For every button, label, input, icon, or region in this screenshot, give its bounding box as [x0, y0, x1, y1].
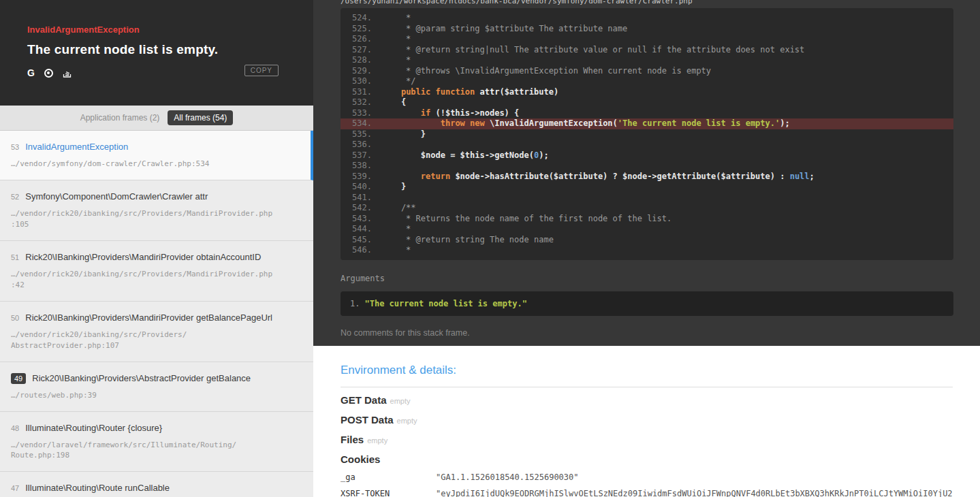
- data-section-label: Cookies: [341, 453, 380, 465]
- line-code: if (!$this->nodes) {: [372, 108, 519, 119]
- line-code: }: [372, 182, 406, 193]
- empty-indicator: empty: [390, 397, 411, 405]
- google-search-icon[interactable]: G: [27, 69, 35, 78]
- data-section: Filesempty: [341, 434, 953, 447]
- data-section: GET Dataempty: [341, 394, 953, 407]
- stack-frame[interactable]: 49Rick20\IBanking\Providers\AbstractProv…: [0, 362, 313, 412]
- line-number: 530.: [341, 76, 372, 87]
- code-token: * @throws \InvalidArgumentException When…: [381, 66, 711, 76]
- stack-frame[interactable]: 53InvalidArgumentException…/vendor/symfo…: [0, 131, 313, 180]
- line-number: 528.: [341, 55, 372, 66]
- code-token: /**: [381, 203, 416, 212]
- code-token: ($attribute): [499, 87, 558, 97]
- code-panel: /Users/yunani/workspace/htdocs/bank-bca/…: [313, 0, 980, 346]
- line-code: {: [372, 97, 406, 108]
- divider: [341, 387, 953, 387]
- code-token: *: [381, 224, 411, 234]
- code-token: );: [780, 118, 789, 128]
- cookie-key: XSRF-TOKEN: [341, 489, 436, 497]
- frame-title: 50Rick20\IBanking\Providers\MandiriProvi…: [11, 312, 304, 323]
- code-token: if: [421, 108, 430, 118]
- code-line: 542. /**: [341, 203, 953, 214]
- code-token: *: [381, 34, 411, 44]
- tab-application-frames[interactable]: Application frames (2): [80, 113, 160, 123]
- line-number: 540.: [341, 182, 372, 193]
- line-code: public function attr($attribute): [372, 87, 558, 98]
- data-section: Cookies: [341, 453, 953, 466]
- code-line: 544. *: [341, 224, 953, 235]
- line-number: 545.: [341, 235, 372, 246]
- frame-title: 53InvalidArgumentException: [11, 142, 304, 153]
- code-token: * @param string $attribute The attribute…: [381, 24, 627, 33]
- line-code: * Returns the node name of the first nod…: [372, 214, 671, 225]
- code-token: (!$this->nodes) {: [430, 108, 519, 118]
- cookie-row: XSRF-TOKEN"eyJpdiI6IjdUQk9EODRGMjhISlwvO…: [341, 489, 953, 497]
- frame-title: 48Illuminate\Routing\Router {closure}: [11, 423, 304, 434]
- code-token: public function: [401, 87, 475, 97]
- frame-name: Rick20\IBanking\Providers\AbstractProvid…: [32, 373, 251, 383]
- line-number: 525.: [341, 24, 372, 35]
- code-line: 527. * @return string|null The attribute…: [341, 45, 953, 56]
- code-box: 524. *525. * @param string $attribute Th…: [341, 8, 953, 260]
- code-token: return: [421, 172, 450, 181]
- line-code: [372, 161, 386, 172]
- code-line: 536.: [341, 140, 953, 150]
- whoops-error-page: InvalidArgumentException The current nod…: [0, 0, 980, 497]
- code-line: 524. *: [341, 13, 953, 24]
- duckduckgo-search-icon[interactable]: [44, 69, 53, 78]
- exception-header: InvalidArgumentException The current nod…: [0, 0, 313, 106]
- line-number: 542.: [341, 203, 372, 214]
- data-section-label: Files: [341, 434, 364, 445]
- stack-frame[interactable]: 52Symfony\Component\DomCrawler\Crawler a…: [0, 180, 313, 241]
- line-code: *: [372, 245, 411, 256]
- tab-all-frames[interactable]: All frames (54): [168, 110, 233, 125]
- line-number: 529.: [341, 66, 372, 77]
- code-token: [381, 118, 441, 128]
- code-token: throw new: [441, 118, 485, 128]
- line-code: * @param string $attribute The attribute…: [372, 24, 627, 35]
- stack-frame[interactable]: 51Rick20\IBanking\Providers\MandiriProvi…: [0, 241, 313, 302]
- code-line: 530. */: [341, 76, 953, 87]
- code-token: $node = $this->getNode(: [381, 150, 534, 160]
- code-token: *: [381, 245, 411, 255]
- stack-frame[interactable]: 47Illuminate\Routing\Route runCallable: [0, 472, 313, 497]
- code-line: 525. * @param string $attribute The attr…: [341, 24, 953, 35]
- code-line: 535. }: [341, 129, 953, 140]
- stack-frame[interactable]: 50Rick20\IBanking\Providers\MandiriProvi…: [0, 302, 313, 362]
- code-lines: 524. *525. * @param string $attribute Th…: [341, 13, 953, 256]
- empty-indicator: empty: [397, 417, 417, 425]
- frame-number: 50: [11, 314, 19, 322]
- code-line: 539. return $node->hasAttribute($attribu…: [341, 172, 953, 182]
- code-line: 543. * Returns the node name of the firs…: [341, 214, 953, 225]
- stack-frame[interactable]: 48Illuminate\Routing\Router {closure}…/v…: [0, 412, 313, 472]
- stackoverflow-search-icon[interactable]: [63, 69, 72, 78]
- copy-button[interactable]: COPY: [244, 65, 279, 76]
- exception-class: InvalidArgumentException: [27, 25, 286, 35]
- code-token: *: [381, 55, 411, 65]
- line-number: 535.: [341, 129, 372, 140]
- cookie-row: _ga"GA1.1.1526018540.1525690030": [341, 472, 953, 483]
- line-number: 546.: [341, 245, 372, 256]
- argument-item: 1."The current node list is empty.": [350, 299, 944, 308]
- code-token: attr: [480, 87, 500, 97]
- code-line: 531. public function attr($attribute): [341, 87, 953, 98]
- code-token: null: [790, 172, 810, 181]
- code-line: 541.: [341, 193, 953, 204]
- cookie-value: "eyJpdiI6IjdUQk9EODRGMjhISlwvOEtLSzNEdz0…: [436, 489, 953, 497]
- line-code: */: [372, 76, 416, 87]
- line-number: 531.: [341, 87, 372, 98]
- frame-name: Symfony\Component\DomCrawler\Crawler att…: [25, 191, 208, 202]
- cookie-value: "GA1.1.1526018540.1525690030": [436, 472, 579, 483]
- code-line: 533. if (!$this->nodes) {: [341, 108, 953, 119]
- code-line: 546. *: [341, 245, 953, 256]
- frame-name: Illuminate\Routing\Router {closure}: [25, 423, 162, 433]
- code-token: *: [381, 13, 411, 22]
- argument-value: "The current node list is empty.": [364, 299, 526, 308]
- line-code: [372, 140, 386, 150]
- code-line: 537. $node = $this->getNode(0);: [341, 150, 953, 161]
- code-token: ;: [810, 172, 815, 181]
- line-number: 539.: [341, 172, 372, 182]
- data-sections: GET DataemptyPOST DataemptyFilesemptyCoo…: [341, 394, 953, 466]
- line-code: /**: [372, 203, 416, 214]
- line-code: [372, 193, 386, 204]
